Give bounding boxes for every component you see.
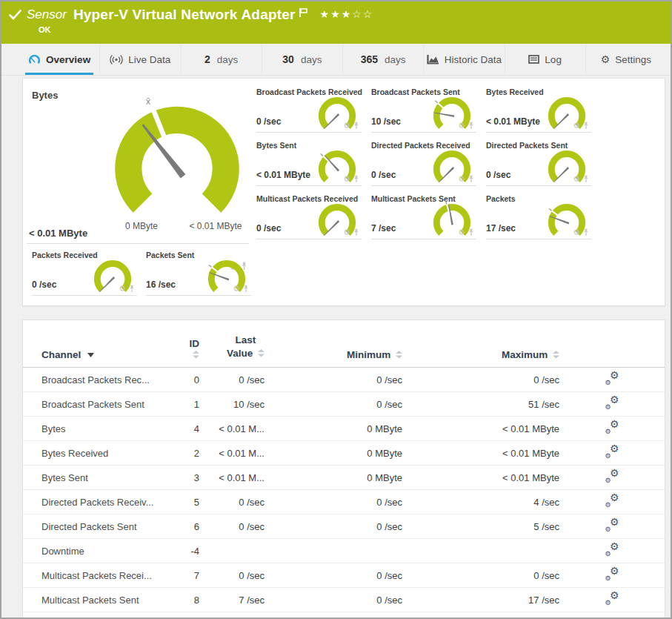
channel-maximum-cell: 0 /sec <box>402 563 559 588</box>
channel-gauge-card[interactable]: Bytes Received < 0.01 MByte ⚙ <box>486 86 591 133</box>
column-header-last-value[interactable]: Last Value <box>199 334 265 368</box>
channel-gauge-card[interactable]: Bytes Sent < 0.01 MByte ⚙ <box>256 139 362 186</box>
column-header-actions <box>559 334 665 368</box>
channel-gauge-value: < 0.01 MByte <box>486 116 540 127</box>
channel-gauge-card[interactable]: Broadcast Packets Received 0 /sec ⚙ <box>256 86 362 133</box>
pin-icon[interactable] <box>353 122 360 130</box>
channel-last-value-cell: < 0.01 M... <box>199 441 265 466</box>
column-header-minimum[interactable]: Minimum <box>265 334 402 368</box>
channel-name-cell[interactable]: Multicast Packets Sent <box>23 588 180 612</box>
channel-maximum-cell: 17 /sec <box>402 588 559 612</box>
channel-settings-button[interactable]: ⚙ ⚙ <box>605 543 619 556</box>
pin-icon[interactable] <box>468 122 475 130</box>
gear-icon: ⚙ <box>605 526 611 533</box>
pin-icon[interactable] <box>353 175 360 183</box>
pin-icon[interactable] <box>128 285 136 293</box>
channel-name-cell[interactable]: Broadcast Packets Rec... <box>23 368 180 392</box>
tab-overview[interactable]: Overview <box>19 44 100 75</box>
sort-icon <box>553 351 559 359</box>
channel-minimum-cell: 0 MByte <box>265 441 402 466</box>
pin-icon[interactable] <box>468 228 475 236</box>
main-gauge-scale-min: 0 MByte <box>104 221 179 231</box>
channel-gauge-actions: ⚙ <box>573 228 590 236</box>
channel-settings-button[interactable]: ⚙ ⚙ <box>605 421 619 434</box>
pin-icon[interactable] <box>582 175 590 183</box>
average-marker-label: x̄ <box>146 96 150 107</box>
channel-gauge-card[interactable]: Multicast Packets Received 0 /sec ⚙ <box>256 193 362 239</box>
channel-settings-button[interactable]: ⚙ ⚙ <box>605 397 619 409</box>
gear-icon: ⚙ <box>610 419 619 429</box>
channel-name-cell[interactable]: Broadcast Packets Sent <box>23 392 180 417</box>
gear-icon: ⚙ <box>610 492 619 503</box>
channel-gauge-card[interactable]: Packets Sent 16 /sec ⚙ <box>146 249 251 296</box>
tab-2-days[interactable]: 2days <box>182 44 262 75</box>
gear-icon[interactable]: ⚙ <box>119 285 126 293</box>
channel-minimum-cell: 0 /sec <box>265 563 402 588</box>
gear-icon[interactable]: ⚙ <box>343 175 350 183</box>
channel-settings-button[interactable]: ⚙ ⚙ <box>605 372 619 385</box>
gear-icon[interactable]: ⚙ <box>573 175 580 183</box>
tab-settings[interactable]: ⚙ Settings <box>586 44 666 75</box>
channel-gauge-card[interactable]: Broadcast Packets Sent 10 /sec ⚙ <box>371 86 476 133</box>
channel-gauge-card[interactable]: Directed Packets Sent 0 /sec ⚙ <box>486 139 591 186</box>
gear-icon: ⚙ <box>605 428 611 435</box>
channel-settings-button[interactable]: ⚙ ⚙ <box>605 568 619 580</box>
channel-settings-button[interactable]: ⚙ ⚙ <box>605 494 619 507</box>
tab-365-days[interactable]: 365days <box>343 44 424 75</box>
channel-table: Channel ID Last Value Minimum <box>23 334 665 612</box>
channel-maximum-cell: 5 /sec <box>402 514 559 539</box>
main-gauge[interactable] <box>109 96 245 215</box>
channel-name-cell[interactable]: Bytes <box>23 417 180 441</box>
channel-settings-button[interactable]: ⚙ ⚙ <box>605 519 619 532</box>
priority-flag-icon[interactable] <box>299 7 308 18</box>
channel-gauge-card[interactable]: Packets 17 /sec ⚙ <box>486 193 591 239</box>
channel-gauge-value: 17 /sec <box>486 223 516 234</box>
channel-name-cell[interactable]: Bytes Received <box>23 441 180 466</box>
channel-id-cell: 7 <box>180 563 199 588</box>
channel-settings-button[interactable]: ⚙ ⚙ <box>605 470 619 483</box>
channel-name-cell[interactable]: Bytes Sent <box>23 466 180 490</box>
pin-icon[interactable] <box>353 228 360 236</box>
channel-name-cell[interactable]: Directed Packets Sent <box>23 514 180 539</box>
column-header-maximum[interactable]: Maximum <box>402 334 559 368</box>
channel-gauge-actions: ⚙ <box>573 175 590 183</box>
live-icon <box>110 55 123 64</box>
main-gauge-divider <box>27 243 249 244</box>
channel-gauge-card[interactable]: Packets Received 0 /sec ⚙ <box>32 249 137 296</box>
channel-settings-button[interactable]: ⚙ ⚙ <box>605 592 619 605</box>
tab-live-data[interactable]: Live Data <box>100 44 181 75</box>
pin-icon[interactable] <box>582 122 590 130</box>
gear-icon: ⚙ <box>605 380 611 386</box>
priority-stars[interactable]: ★★★☆☆ <box>320 8 374 20</box>
channel-name-cell[interactable]: Directed Packets Receiv... <box>23 490 180 514</box>
tab-historic-data[interactable]: Historic Data <box>424 44 505 75</box>
pin-icon[interactable] <box>582 228 590 236</box>
gear-icon[interactable]: ⚙ <box>343 122 350 130</box>
gear-icon[interactable]: ⚙ <box>343 228 350 236</box>
pin-icon[interactable] <box>468 175 475 183</box>
gear-icon[interactable]: ⚙ <box>458 122 465 130</box>
log-icon <box>528 55 539 64</box>
channel-gauge-value: 0 /sec <box>32 279 56 290</box>
column-header-id[interactable]: ID <box>180 334 199 368</box>
channel-name-cell[interactable]: Multicast Packets Recei... <box>23 563 180 588</box>
gear-icon[interactable]: ⚙ <box>573 228 580 236</box>
channel-gauge-actions: ⚙ <box>458 122 475 130</box>
tab-30-days[interactable]: 30days <box>262 44 343 75</box>
gear-icon[interactable]: ⚙ <box>573 122 580 130</box>
gear-icon[interactable]: ⚙ <box>458 228 465 236</box>
column-header-channel[interactable]: Channel <box>23 334 180 368</box>
sort-icon <box>193 351 199 359</box>
pin-icon[interactable] <box>242 285 250 293</box>
channel-gauge-card[interactable]: Directed Packets Received 0 /sec ⚙ <box>371 139 476 186</box>
channel-gauge-card[interactable]: Multicast Packets Sent 7 /sec ⚙ <box>371 193 476 239</box>
channel-name-cell[interactable]: Downtime <box>23 539 180 563</box>
channel-table-body: Broadcast Packets Rec... 0 0 /sec 0 /sec… <box>23 368 665 612</box>
gear-icon[interactable]: ⚙ <box>233 285 240 293</box>
channel-settings-button[interactable]: ⚙ ⚙ <box>605 446 619 458</box>
channel-gauge-value: 16 /sec <box>146 279 176 290</box>
channel-gauge-value: 0 /sec <box>256 116 281 127</box>
gear-icon[interactable]: ⚙ <box>458 175 465 183</box>
tab-log[interactable]: Log <box>505 44 586 75</box>
table-row: Multicast Packets Recei... 7 0 /sec 0 /s… <box>23 563 665 588</box>
